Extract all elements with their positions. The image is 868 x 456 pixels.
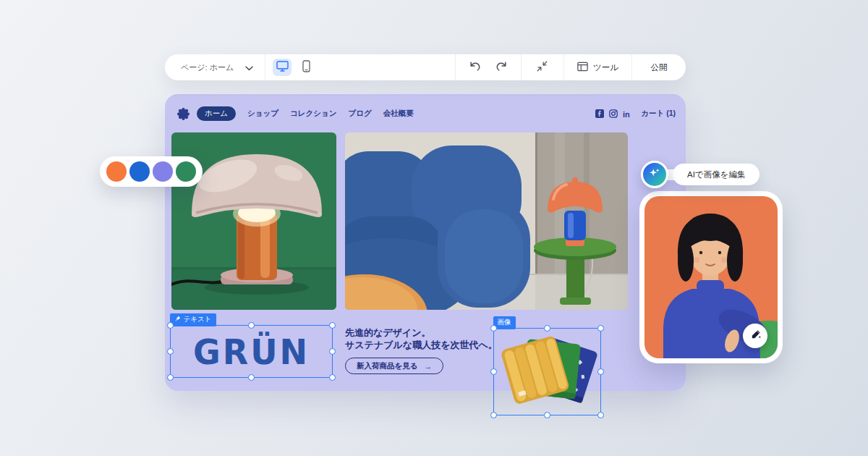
editor-marketing-banner: ページ: ホーム xyxy=(0,0,868,456)
selection-handle[interactable] xyxy=(597,412,604,418)
selection-handle[interactable] xyxy=(248,374,255,381)
selection-handle[interactable] xyxy=(597,368,604,375)
sparkle-icon xyxy=(648,166,661,182)
selection-handle[interactable] xyxy=(490,368,497,375)
device-toggle xyxy=(265,54,323,80)
linkedin-icon[interactable]: in xyxy=(623,109,634,118)
site-logo: GRÜN xyxy=(171,324,332,379)
history-controls xyxy=(456,54,521,80)
selected-image-element[interactable]: 画像 xyxy=(493,328,601,415)
cart-link[interactable]: カート (1) xyxy=(641,109,676,119)
desktop-view-button[interactable] xyxy=(273,59,292,76)
mobile-view-button[interactable] xyxy=(297,59,315,76)
selected-text-element[interactable]: テキスト GRÜN xyxy=(170,325,333,378)
selection-handle[interactable] xyxy=(167,348,174,355)
swatch-purple[interactable] xyxy=(153,161,173,182)
selection-handle[interactable] xyxy=(329,322,336,329)
settings-gear-icon[interactable] xyxy=(176,107,190,121)
redo-button[interactable] xyxy=(490,56,512,78)
swatch-orange[interactable] xyxy=(106,161,127,182)
undo-icon xyxy=(469,61,481,74)
arrow-right-icon: → xyxy=(425,362,433,371)
text-element-tag-label: テキスト xyxy=(184,315,212,324)
selection-handle[interactable] xyxy=(544,412,550,418)
collapse-icon xyxy=(537,61,548,74)
edit-image-button[interactable] xyxy=(743,324,767,348)
ai-sparkle-button[interactable] xyxy=(641,161,668,188)
site-canvas[interactable]: ホーム ショップ コレクション ブログ 会社概要 in カート (1) xyxy=(165,94,686,391)
nav-item-about[interactable]: 会社概要 xyxy=(383,109,414,119)
cta-label: 新入荷商品を見る xyxy=(357,361,418,371)
image-element-tag-label: 画像 xyxy=(498,318,511,327)
instagram-icon[interactable] xyxy=(609,109,618,118)
undo-button[interactable] xyxy=(464,56,486,78)
zoom-fit-section xyxy=(522,54,563,80)
selection-handle[interactable] xyxy=(490,325,497,332)
selection-handle[interactable] xyxy=(329,348,336,355)
selection-handle[interactable] xyxy=(167,322,174,329)
selection-handle[interactable] xyxy=(490,412,497,418)
page-selector[interactable]: ページ: ホーム xyxy=(165,54,265,80)
portrait-photo xyxy=(644,196,778,358)
selection-handle[interactable] xyxy=(248,322,255,329)
tools-button[interactable]: ツール xyxy=(564,54,631,80)
ai-tooltip-label: AIで画像を編集 xyxy=(687,169,745,180)
mobile-icon xyxy=(302,60,310,75)
panel-icon xyxy=(577,62,588,73)
facebook-icon[interactable] xyxy=(595,109,604,118)
publish-button[interactable]: 公開 xyxy=(632,54,686,80)
editor-toolbar: ページ: ホーム xyxy=(165,54,686,80)
selection-handle[interactable] xyxy=(329,374,336,381)
selection-handle[interactable] xyxy=(167,374,174,381)
nav-item-home[interactable]: ホーム xyxy=(197,106,236,121)
collapse-view-button[interactable] xyxy=(532,56,553,78)
svg-text:in: in xyxy=(623,110,630,119)
chevron-down-icon xyxy=(245,61,253,74)
stacked-cushions-image xyxy=(494,329,602,414)
color-palette xyxy=(100,156,203,187)
edit-pencil-icon xyxy=(750,329,761,343)
page-selector-label: ページ: ホーム xyxy=(181,62,234,73)
nav-right-group: in カート (1) xyxy=(595,109,676,119)
nav-item-blog[interactable]: ブログ xyxy=(348,109,371,119)
tagline-line-2: サステナブルな職人技を次世代へ。 xyxy=(345,339,498,352)
swatch-green[interactable] xyxy=(176,161,196,182)
selection-handle[interactable] xyxy=(544,325,550,332)
ai-tooltip-pill: AIで画像を編集 xyxy=(673,164,760,185)
tagline-line-1: 先進的なデザイン。 xyxy=(345,327,498,339)
nav-item-collection[interactable]: コレクション xyxy=(290,109,336,119)
hero-image-sofa[interactable] xyxy=(345,132,628,310)
cta-button[interactable]: 新入荷商品を見る → xyxy=(345,358,443,374)
portrait-card[interactable] xyxy=(639,191,783,363)
tools-label: ツール xyxy=(593,62,618,73)
hero-tagline: 先進的なデザイン。 サステナブルな職人技を次世代へ。 xyxy=(345,327,498,352)
desktop-icon xyxy=(276,61,289,74)
redo-icon xyxy=(495,61,507,74)
pin-icon xyxy=(174,316,181,324)
swatch-blue[interactable] xyxy=(129,161,150,182)
site-nav-bar: ホーム ショップ コレクション ブログ 会社概要 in カート (1) xyxy=(176,106,676,122)
selection-handle[interactable] xyxy=(597,325,604,332)
nav-item-shop[interactable]: ショップ xyxy=(247,109,278,119)
